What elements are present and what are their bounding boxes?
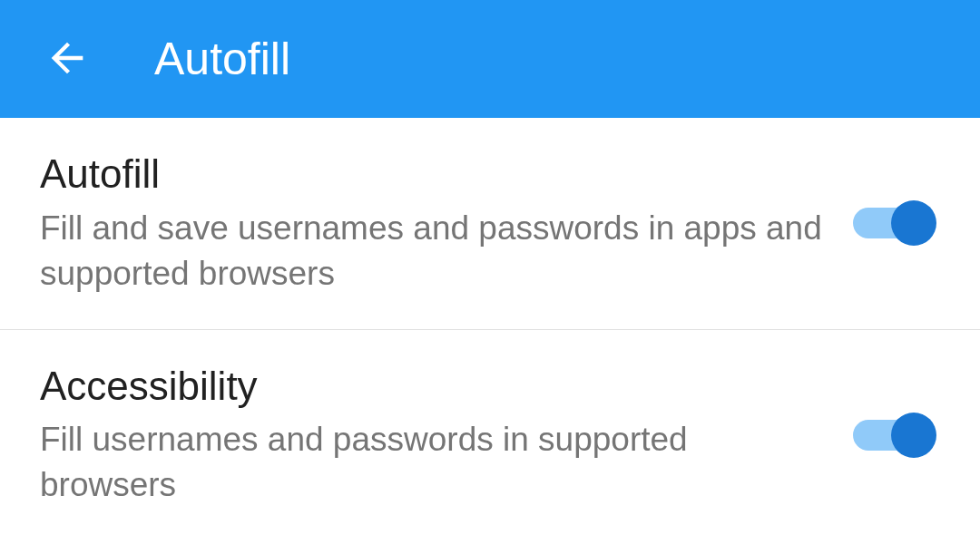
setting-title: Autofill <box>40 151 831 199</box>
setting-description: Fill usernames and passwords in supporte… <box>40 417 831 508</box>
setting-text: Autofill Fill and save usernames and pas… <box>40 151 831 296</box>
back-button[interactable] <box>44 34 91 84</box>
arrow-back-icon <box>44 34 91 84</box>
setting-text: Accessibility Fill usernames and passwor… <box>40 363 831 509</box>
toggle-thumb <box>891 200 936 246</box>
setting-title: Accessibility <box>40 363 831 411</box>
toggle-accessibility[interactable] <box>853 411 936 460</box>
toggle-thumb <box>891 413 936 458</box>
settings-list: Autofill Fill and save usernames and pas… <box>0 118 980 540</box>
toggle-autofill[interactable] <box>853 199 936 248</box>
app-bar: Autofill <box>0 0 980 118</box>
setting-description: Fill and save usernames and passwords in… <box>40 206 831 296</box>
setting-item-accessibility[interactable]: Accessibility Fill usernames and passwor… <box>0 330 980 541</box>
setting-item-autofill[interactable]: Autofill Fill and save usernames and pas… <box>0 118 980 330</box>
app-bar-title: Autofill <box>154 33 290 85</box>
